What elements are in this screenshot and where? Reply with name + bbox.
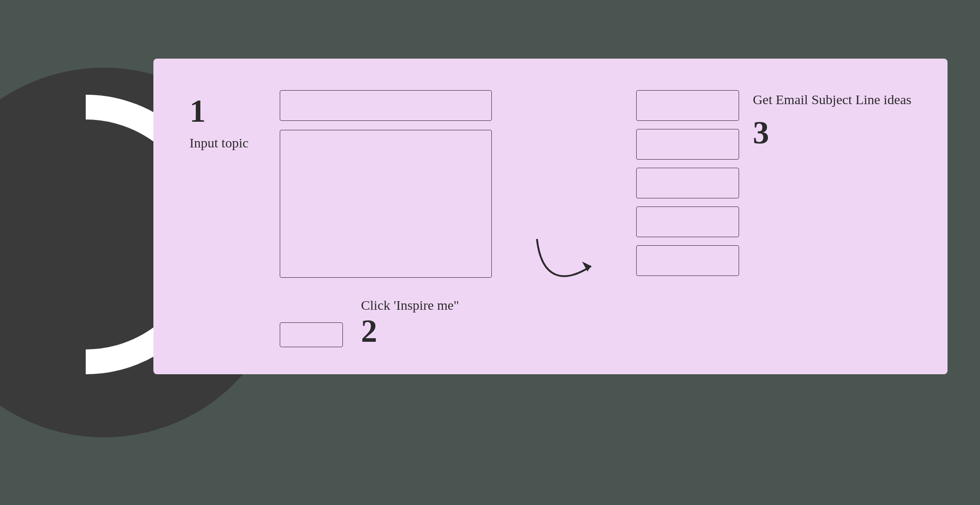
step3-number: 3 [753, 116, 769, 149]
input-fields-col: Click 'Inspire me" 2 [280, 86, 492, 347]
output-field-5 [636, 245, 739, 276]
step2-label: Click 'Inspire me" [361, 298, 459, 313]
topic-textarea[interactable] [280, 130, 492, 278]
output-fields-col [636, 86, 739, 347]
scene: 1 Input topic Click 'Inspire me" 2 [0, 0, 980, 505]
inspire-me-button[interactable] [280, 322, 343, 347]
pink-card: 1 Input topic Click 'Inspire me" 2 [153, 59, 948, 374]
arrow-container [519, 86, 609, 347]
output-field-4 [636, 207, 739, 237]
output-field-1 [636, 90, 739, 121]
step1-label-col: 1 Input topic [190, 86, 262, 347]
step3-label-col: Get Email Subject Line ideas 3 [753, 86, 911, 347]
step2-area: Click 'Inspire me" 2 [361, 291, 459, 347]
output-field-3 [636, 168, 739, 198]
output-field-2 [636, 129, 739, 160]
step1-label: Input topic [190, 135, 249, 151]
topic-short-input[interactable] [280, 90, 492, 121]
card-content: 1 Input topic Click 'Inspire me" 2 [190, 86, 911, 347]
step1-number: 1 [190, 95, 206, 127]
step1-section: 1 Input topic Click 'Inspire me" 2 [190, 86, 492, 347]
curved-arrow-icon [528, 221, 600, 293]
step3-section: Get Email Subject Line ideas 3 [636, 86, 911, 347]
step3-label: Get Email Subject Line ideas [753, 90, 911, 109]
step2-number: 2 [361, 315, 377, 347]
